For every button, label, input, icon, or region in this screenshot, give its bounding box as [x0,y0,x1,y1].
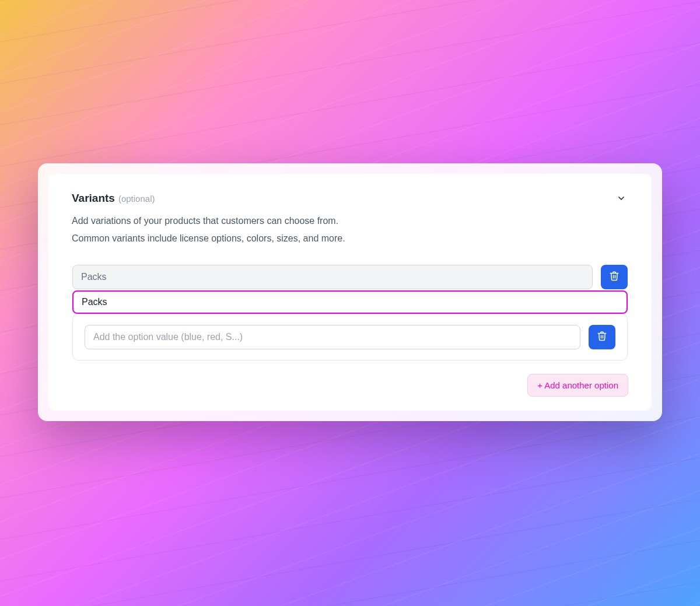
variants-header: Variants (optional) [72,191,628,205]
option-value-row [85,325,615,349]
variants-title: Variants [72,192,115,205]
option-name-display-row [72,265,628,289]
option-name-edit-row [72,290,628,314]
option-name-edit-input[interactable] [72,290,628,314]
description-line-1: Add variations of your products that cus… [72,212,628,230]
trash-icon [597,331,607,343]
variants-optional-label: (optional) [118,194,155,204]
variants-title-group: Variants (optional) [72,192,155,205]
variants-footer: + Add another option [72,374,628,397]
add-another-option-button[interactable]: + Add another option [527,374,628,397]
option-name-display-input[interactable] [72,265,593,289]
delete-option-button[interactable] [601,265,628,289]
option-values-card [72,314,628,360]
trash-icon [609,271,620,283]
variants-card: Variants (optional) Add variations of yo… [48,174,652,411]
chevron-down-icon[interactable] [614,191,628,205]
panel-outer: Variants (optional) Add variations of yo… [38,163,662,421]
variants-description: Add variations of your products that cus… [72,212,628,248]
delete-value-button[interactable] [589,325,615,349]
variant-option-block [72,264,628,361]
option-value-input[interactable] [85,325,580,349]
description-line-2: Common variants include license options,… [72,230,628,247]
